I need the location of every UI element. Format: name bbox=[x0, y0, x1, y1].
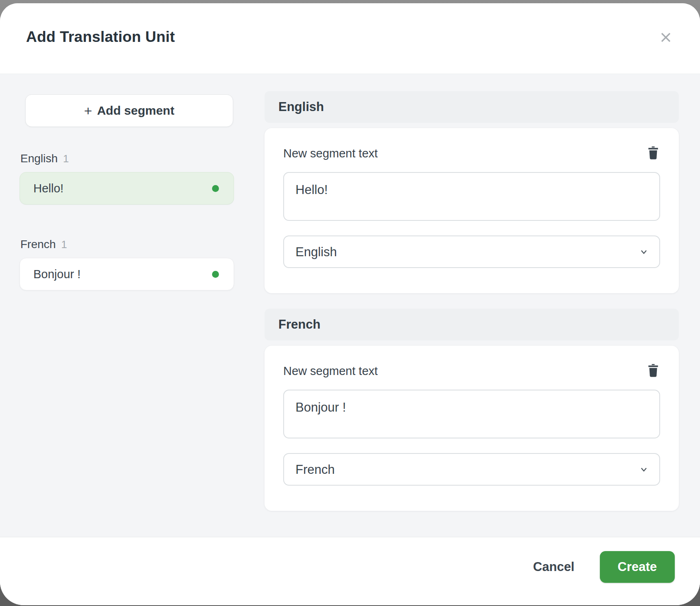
section-header-label: French bbox=[278, 317, 320, 332]
language-select-wrap: French bbox=[283, 453, 660, 486]
language-select[interactable]: English bbox=[283, 235, 660, 268]
dialog-title: Add Translation Unit bbox=[26, 28, 175, 46]
segments-sidebar: + Add segment English 1 Hello! French 1 … bbox=[20, 91, 234, 537]
segment-card-french: New segment text bbox=[265, 346, 679, 511]
trash-icon bbox=[647, 146, 659, 160]
trash-icon bbox=[647, 364, 659, 377]
segment-count-badge: 1 bbox=[61, 238, 67, 251]
section-header-english: English bbox=[265, 91, 679, 123]
segment-item-text: Hello! bbox=[33, 182, 63, 195]
language-group-label-english: English 1 bbox=[20, 152, 234, 165]
language-select[interactable]: French bbox=[283, 453, 660, 486]
segment-text-input[interactable]: Bonjour ! bbox=[283, 390, 660, 438]
group-language: English bbox=[20, 152, 58, 165]
card-label-row: New segment text bbox=[283, 363, 660, 378]
segment-text-input[interactable]: Hello! bbox=[283, 172, 660, 221]
language-select-wrap: English bbox=[283, 235, 660, 268]
segment-card-english: New segment text bbox=[265, 128, 679, 293]
dialog-body: + Add segment English 1 Hello! French 1 … bbox=[0, 74, 700, 537]
segment-editor-column: English New segment text bbox=[265, 91, 679, 537]
add-segment-label: Add segment bbox=[97, 104, 174, 118]
segment-item-text: Bonjour ! bbox=[33, 268, 81, 281]
dialog-header: Add Translation Unit bbox=[0, 3, 700, 74]
delete-segment-button[interactable] bbox=[646, 145, 660, 161]
cancel-button[interactable]: Cancel bbox=[532, 556, 576, 578]
plus-icon: + bbox=[84, 104, 92, 118]
status-dot-icon bbox=[212, 271, 219, 278]
card-label-row: New segment text bbox=[283, 145, 660, 161]
dialog-backdrop: Add Translation Unit + Add segment bbox=[0, 0, 700, 606]
segment-text-label: New segment text bbox=[283, 363, 378, 378]
create-button[interactable]: Create bbox=[600, 551, 675, 583]
segment-list-item-french[interactable]: Bonjour ! bbox=[20, 258, 234, 290]
add-translation-unit-dialog: Add Translation Unit + Add segment bbox=[0, 3, 700, 605]
language-section-french: French New segment text bbox=[265, 309, 679, 511]
status-dot-icon bbox=[212, 185, 219, 192]
segment-text-label: New segment text bbox=[283, 145, 378, 160]
close-icon bbox=[658, 30, 673, 45]
language-section-english: English New segment text bbox=[265, 91, 679, 293]
dialog-footer: Cancel Create bbox=[0, 537, 700, 605]
add-segment-button[interactable]: + Add segment bbox=[25, 94, 233, 127]
segment-list-item-english[interactable]: Hello! bbox=[20, 172, 234, 205]
section-header-label: English bbox=[278, 100, 324, 114]
close-button[interactable] bbox=[654, 26, 677, 49]
segment-count-badge: 1 bbox=[63, 153, 69, 165]
group-language: French bbox=[20, 238, 56, 251]
language-group-label-french: French 1 bbox=[20, 238, 234, 251]
delete-segment-button[interactable] bbox=[646, 363, 660, 378]
section-header-french: French bbox=[265, 309, 679, 340]
